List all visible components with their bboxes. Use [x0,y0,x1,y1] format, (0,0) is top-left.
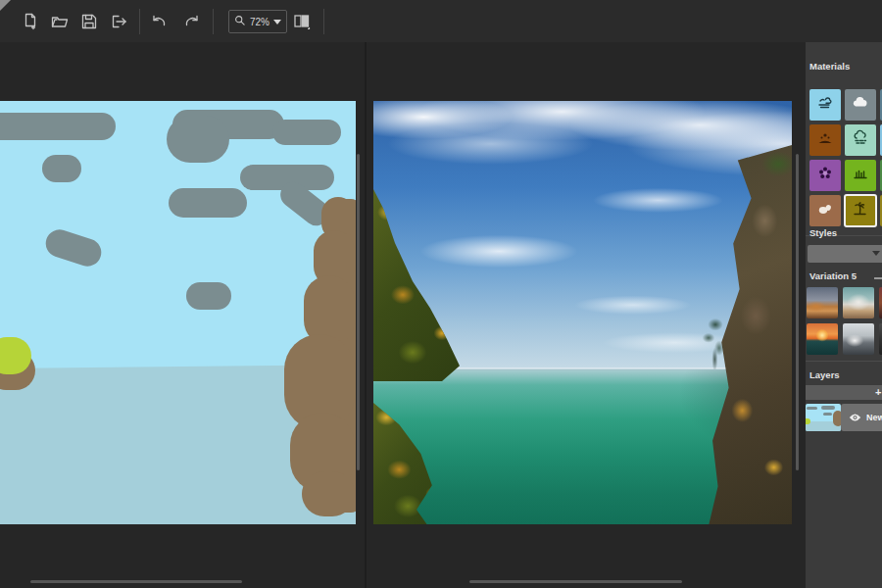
variation-slider[interactable] [874,277,882,279]
style-thumbnail-canyon-sunset[interactable] [807,287,838,318]
undo-button[interactable] [150,13,168,30]
material-swatch-grass[interactable] [845,160,876,191]
left-vertical-scrollbar[interactable] [357,154,360,470]
layer-thumb-cloud [821,406,835,410]
paint-land-stroke [302,471,355,516]
grass-icon [852,165,869,186]
undo-icon [150,17,168,33]
layers-title: Layers [809,369,840,380]
right-horizontal-scrollbar[interactable] [469,580,682,583]
split-view-icon [293,17,311,33]
style-thumbnail-ocean-sunset[interactable] [807,323,838,355]
open-file-button[interactable] [51,13,69,30]
material-swatch-flower[interactable] [809,160,841,191]
paint-cloud-stroke [42,155,81,182]
paint-cloud-stroke [186,282,231,310]
save-button[interactable] [80,13,98,30]
style-thumbnail-gray-mountains[interactable] [843,323,874,355]
styles-dropdown-arrow-icon [872,251,880,256]
material-swatch-stone[interactable] [809,195,841,226]
layer-thumb-land [833,411,841,426]
rendered-image[interactable] [373,101,792,524]
material-swatch-cloud[interactable] [845,89,876,121]
open-folder-icon [51,17,69,33]
window-corner-wedge [0,0,11,11]
flower-icon [816,165,834,186]
export-button[interactable] [110,13,127,30]
split-view-button[interactable] [293,13,311,30]
layer-name-pill: New Layer [841,404,882,431]
palm-tree-icon [852,200,869,221]
layer-thumbnail [806,404,841,431]
left-horizontal-scrollbar[interactable] [30,580,242,583]
redo-icon [183,17,201,33]
material-swatch-tree[interactable] [845,195,876,226]
materials-title: Materials [809,61,850,72]
zoom-dropdown-arrow-icon [273,20,281,24]
material-swatch-sky[interactable] [809,89,841,121]
right-vertical-scrollbar[interactable] [796,154,799,470]
mud-splash-icon [816,129,834,151]
toolbar-separator [323,9,324,34]
paint-cloud-stroke [42,226,105,270]
layer-name-label: New Layer [866,413,882,422]
render-panel [367,42,806,588]
stones-icon [816,200,834,221]
cloud-icon [851,93,870,117]
styles-dropdown[interactable] [808,245,882,263]
material-swatch-mud[interactable] [809,124,841,156]
rendered-tree [700,318,731,369]
plus-icon: + [875,386,881,398]
paint-cloud-stroke [169,188,247,218]
layer-thumb-cloud [807,407,817,410]
sidebar-divider [806,361,882,362]
fog-icon [852,129,869,151]
toolbar-separator [213,9,214,34]
sidebar: Materials Styles [806,42,882,588]
styles-title: Styles [809,227,837,238]
paint-canvas[interactable] [0,101,356,524]
new-file-icon [22,17,39,33]
export-icon [110,17,127,33]
toolbar: 72% [0,0,882,43]
zoom-value: 72% [250,17,270,27]
variation-label: Variation 5 [809,270,857,281]
visibility-eye-icon[interactable] [849,409,861,426]
magnifier-icon [234,15,246,28]
redo-button[interactable] [183,13,201,30]
material-swatch-fog[interactable] [845,124,876,156]
layer-thumb-cloud [823,413,832,416]
new-file-button[interactable] [22,13,39,30]
toolbar-separator [139,9,140,34]
sky-clouds-icon [816,94,834,116]
save-icon [80,17,98,33]
style-thumbnail-snowy-mountain[interactable] [843,287,874,318]
paint-panel [0,42,365,588]
layer-row[interactable]: New Layer [806,404,882,431]
canvas-paint-app: 72% [0,0,882,588]
zoom-control[interactable]: 72% [228,10,287,33]
paint-cloud-stroke [272,120,341,145]
paint-cloud-stroke [167,116,229,163]
paint-cloud-stroke [0,113,116,140]
add-layer-bar[interactable]: + [806,385,882,400]
